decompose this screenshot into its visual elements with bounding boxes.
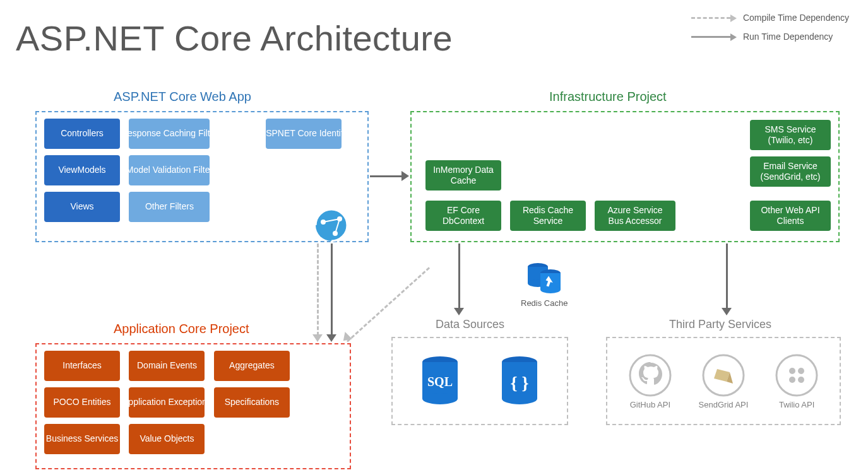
tile-specifications: Specifications [214, 387, 290, 418]
arrow-head-icon [401, 171, 409, 181]
twilio-api-item: Twilio API [775, 353, 819, 409]
tile-azure-service-bus: Azure Service Bus Accessor [595, 201, 675, 231]
tile-response-caching: Response Caching Filter [129, 119, 210, 149]
svg-text:SQL: SQL [427, 375, 453, 389]
legend-runtime-row: Run Time Dependency [691, 30, 849, 43]
legend-compile-row: Compile Time Dependency [691, 11, 849, 24]
infrastructure-container: SMS Service (Twilio, etc) InMemory Data … [410, 111, 840, 242]
arrow-head-icon [326, 334, 336, 342]
tile-aggregates: Aggregates [214, 351, 290, 381]
data-sources-container: SQL { } [391, 337, 568, 425]
webapp-globe-icon [314, 208, 348, 245]
infrastructure-title: Infrastructure Project [549, 90, 667, 104]
sendgrid-api-item: SendGrid API [699, 353, 749, 409]
tile-other-web-api: Other Web API Clients [750, 201, 831, 231]
appcore-container: Interfaces Domain Events Aggregates POCO… [35, 343, 351, 469]
tile-controllers: Controllers [44, 119, 120, 149]
dashed-arrow-icon [691, 17, 730, 19]
svg-point-11 [540, 286, 561, 293]
tile-views: Views [44, 192, 120, 222]
svg-point-27 [789, 377, 795, 383]
twilio-icon [775, 353, 819, 397]
tile-poco-entities: POCO Entities [44, 387, 120, 418]
redis-cache-label: Redis Cache [521, 298, 568, 308]
tile-domain-events: Domain Events [129, 351, 205, 381]
svg-point-18 [502, 393, 537, 404]
sendgrid-api-label: SendGrid API [699, 400, 749, 409]
dashed-arrow-webapp-to-appcore [317, 243, 319, 336]
svg-point-28 [798, 377, 804, 383]
legend-runtime-label: Run Time Dependency [743, 32, 833, 42]
tile-other-filters: Other Filters [129, 192, 210, 222]
github-api-label: GitHub API [628, 400, 672, 409]
tile-model-validation: Model Validation Filter [129, 155, 210, 185]
sql-database-icon: SQL [418, 359, 462, 403]
arrow-head-icon [722, 308, 732, 315]
tile-aspnet-identity: ASPNET Core Identity [266, 119, 342, 149]
solid-arrow-icon [691, 36, 730, 38]
tile-app-exceptions: Application Exceptions [129, 387, 205, 418]
redis-cache-icon: Redis Cache [521, 262, 568, 308]
arrow-infra-to-thirdparty [726, 243, 728, 309]
svg-text:{ }: { } [510, 373, 528, 392]
dashed-arrow-head-icon [312, 334, 323, 342]
arrow-webapp-to-appcore [331, 243, 333, 336]
tile-interfaces: Interfaces [44, 351, 120, 381]
json-database-icon: { } [497, 359, 542, 403]
third-party-container: GitHub API SendGrid API Twilio API [606, 337, 841, 425]
third-party-title: Third Party Services [669, 318, 771, 331]
arrow-head-icon [454, 308, 464, 315]
tile-ef-dbcontext: EF Core DbContext [425, 201, 501, 231]
data-sources-title: Data Sources [436, 318, 504, 331]
arrow-webapp-to-infra [370, 175, 401, 177]
page-title: ASP.NET Core Architecture [16, 18, 453, 59]
legend: Compile Time Dependency Run Time Depende… [691, 11, 849, 49]
twilio-api-label: Twilio API [775, 400, 819, 409]
svg-point-26 [798, 368, 804, 374]
tile-inmemory-cache: InMemory Data Cache [425, 160, 501, 191]
webapp-title: ASP.NET Core Web App [114, 90, 251, 104]
svg-point-24 [776, 355, 817, 396]
legend-compile-label: Compile Time Dependency [743, 13, 849, 23]
arrow-infra-to-datasources [458, 243, 460, 309]
svg-point-25 [789, 368, 795, 374]
tile-redis-cache-service: Redis Cache Service [510, 201, 586, 231]
svg-point-20 [630, 355, 670, 396]
dashed-arrow-infra-to-appcore [347, 267, 430, 342]
tile-value-objects: Value Objects [129, 424, 205, 454]
tile-viewmodels: ViewModels [44, 155, 120, 185]
tile-business-services: Business Services [44, 424, 120, 454]
tile-email-service: Email Service (SendGrid, etc) [750, 156, 831, 187]
sendgrid-icon [701, 353, 746, 397]
tile-sms-service: SMS Service (Twilio, etc) [750, 120, 831, 150]
svg-point-14 [422, 393, 458, 404]
github-icon [628, 353, 672, 397]
github-api-item: GitHub API [628, 353, 672, 409]
appcore-title: Application Core Project [114, 322, 249, 336]
dashed-arrow-head-icon [340, 332, 352, 344]
